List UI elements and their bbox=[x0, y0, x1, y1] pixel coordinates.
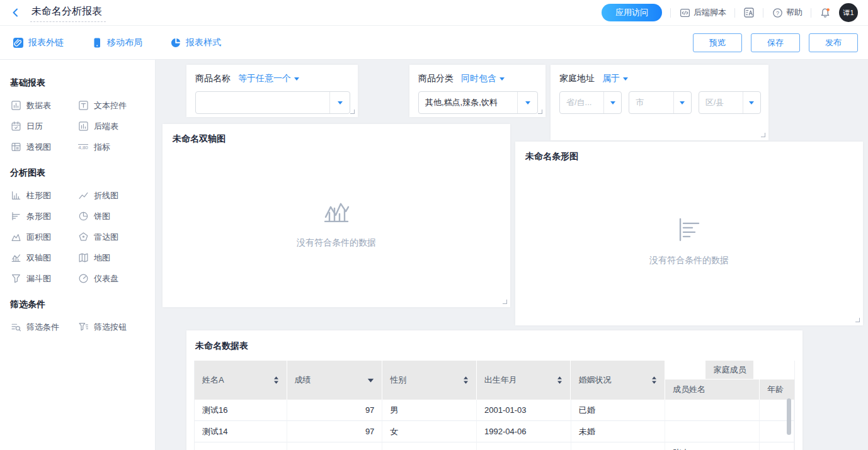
language-icon[interactable] bbox=[743, 7, 755, 18]
district-select[interactable]: 区/县 bbox=[699, 91, 761, 114]
chart-title: 未命名条形图 bbox=[515, 142, 863, 162]
sidebar-item-backend-table[interactable]: 后端表 bbox=[77, 121, 145, 132]
table-cell bbox=[477, 442, 571, 450]
user-avatar[interactable]: 谭1 bbox=[839, 3, 858, 22]
text-widget-icon bbox=[77, 100, 89, 111]
empty-state: 没有符合条件的数据 bbox=[163, 197, 510, 248]
report-link-button[interactable]: 报表外链 bbox=[13, 37, 64, 48]
sidebar-section-grid: 柱形图折线图条形图饼图面积图雷达图双轴图地图漏斗图仪表盘 bbox=[10, 190, 145, 284]
table-header-row: 姓名A成绩性别出生年月婚姻状况家庭成员成员姓名年龄 bbox=[195, 361, 794, 400]
sidebar-item-label: 双轴图 bbox=[26, 252, 51, 264]
table-cell: 测试14 bbox=[195, 421, 287, 442]
table-cell: 男 bbox=[382, 400, 477, 421]
metric-icon: 4,80 bbox=[77, 142, 89, 153]
table-cell: 张大 bbox=[665, 442, 760, 450]
column-header-label: 成绩 bbox=[295, 374, 311, 386]
resize-handle[interactable] bbox=[761, 133, 765, 137]
table-scrollbar-thumb[interactable] bbox=[787, 398, 791, 435]
sidebar-item-metric[interactable]: 4,80指标 bbox=[77, 142, 145, 152]
sub-column-header-1[interactable]: 成员姓名 bbox=[665, 380, 760, 400]
resize-handle[interactable] bbox=[503, 300, 507, 304]
data-table-widget[interactable]: 未命名数据表 姓名A成绩性别出生年月婚姻状况家庭成员成员姓名年龄测试1697男2… bbox=[186, 330, 802, 450]
column-header-1[interactable]: 姓名A bbox=[195, 361, 287, 400]
sidebar-item-pivot[interactable]: 透视图 bbox=[10, 142, 77, 152]
filter-search-icon bbox=[10, 322, 21, 333]
sidebar-item-dual-axis[interactable]: 双轴图 bbox=[10, 252, 77, 263]
table-cell: 已婚 bbox=[571, 400, 666, 421]
report-style-label: 报表样式 bbox=[186, 37, 221, 48]
table-row: 张大 bbox=[195, 442, 794, 450]
column-header-4[interactable]: 出生年月 bbox=[477, 361, 571, 400]
sidebar-item-data-table[interactable]: 数据表 bbox=[10, 100, 77, 111]
filter-operator-dropdown[interactable]: 同时包含 bbox=[461, 73, 505, 84]
dual-axis-chart-widget[interactable]: 未命名双轴图 没有符合条件的数据 bbox=[163, 124, 510, 307]
publish-button[interactable]: 发布 bbox=[809, 33, 858, 52]
backend-script-label: 后端脚本 bbox=[694, 7, 726, 18]
sidebar-item-map[interactable]: 地图 bbox=[77, 252, 145, 263]
column-header-3[interactable]: 性别 bbox=[382, 361, 477, 400]
sidebar-item-filter-button[interactable]: 筛选按钮 bbox=[77, 322, 145, 332]
sort-both-icon bbox=[273, 376, 279, 385]
report-toolbar: 报表外链 移动布局 报表样式 预览 保存 发布 bbox=[0, 26, 868, 60]
back-button[interactable] bbox=[10, 7, 21, 18]
filter-widget-product-category[interactable]: 商品分类 同时包含 其他,糕点,辣条,饮料 bbox=[409, 65, 545, 117]
resize-handle[interactable] bbox=[538, 110, 542, 114]
bell-icon[interactable] bbox=[819, 7, 831, 18]
sidebar-item-column-chart[interactable]: 柱形图 bbox=[10, 190, 77, 201]
sidebar-item-pie-chart[interactable]: 饼图 bbox=[77, 211, 145, 222]
sidebar-item-funnel[interactable]: 漏斗图 bbox=[10, 273, 77, 284]
report-title[interactable]: 未命名分析报表 bbox=[30, 4, 106, 22]
table-row: 测试1497女1992-04-06未婚 bbox=[195, 421, 794, 442]
resize-handle[interactable] bbox=[350, 110, 355, 114]
column-header-2[interactable]: 成绩 bbox=[287, 361, 383, 400]
sidebar-item-radar-chart[interactable]: 雷达图 bbox=[77, 232, 145, 242]
sidebar-item-area-chart[interactable]: 面积图 bbox=[10, 232, 77, 242]
calendar-icon bbox=[10, 121, 21, 132]
sidebar-item-label: 地图 bbox=[94, 252, 110, 264]
report-style-button[interactable]: 报表样式 bbox=[170, 37, 221, 48]
save-button[interactable]: 保存 bbox=[751, 33, 800, 52]
sidebar-item-bar-chart[interactable]: 条形图 bbox=[10, 211, 77, 222]
product-category-select[interactable]: 其他,糕点,辣条,饮料 bbox=[418, 91, 538, 114]
table-cell bbox=[665, 400, 760, 421]
province-select[interactable]: 省/自... bbox=[559, 91, 622, 114]
filter-operator-dropdown[interactable]: 等于任意一个 bbox=[238, 73, 299, 84]
sidebar-item-label: 柱形图 bbox=[26, 190, 51, 201]
sidebar-item-label: 数据表 bbox=[26, 100, 51, 111]
select-placeholder: 省/自... bbox=[560, 97, 603, 108]
top-header: 未命名分析报表 应用访问 后端脚本 ? 帮助 bbox=[0, 0, 868, 26]
column-header-label: 姓名A bbox=[202, 374, 224, 386]
sidebar-item-label: 饼图 bbox=[94, 211, 110, 222]
sidebar-item-label: 后端表 bbox=[94, 121, 118, 132]
preview-button[interactable]: 预览 bbox=[693, 33, 742, 52]
sidebar-item-line-chart[interactable]: 折线图 bbox=[77, 190, 145, 201]
filter-widget-home-address[interactable]: 家庭地址 属于 省/自... 市 区/县 bbox=[551, 65, 768, 140]
mobile-layout-icon bbox=[91, 37, 103, 48]
bar-chart-widget[interactable]: 未命名条形图 没有符合条件的数据 bbox=[515, 142, 863, 325]
filter-widget-product-name[interactable]: 商品名称 等于任意一个 bbox=[186, 65, 358, 117]
sub-column-header-2[interactable]: 年龄 bbox=[760, 380, 794, 400]
sidebar-item-filter-search[interactable]: 筛选条件 bbox=[10, 322, 77, 332]
mobile-layout-button[interactable]: 移动布局 bbox=[91, 37, 142, 48]
select-caret bbox=[743, 92, 760, 113]
sort-both-icon bbox=[463, 376, 469, 385]
app-access-button[interactable]: 应用访问 bbox=[602, 4, 662, 21]
help-button[interactable]: ? 帮助 bbox=[772, 7, 802, 18]
backend-script-button[interactable]: 后端脚本 bbox=[679, 7, 726, 18]
resize-handle[interactable] bbox=[855, 318, 860, 322]
table-cell bbox=[571, 442, 666, 450]
sidebar-item-label: 漏斗图 bbox=[26, 273, 51, 284]
sidebar-item-calendar[interactable]: 日历 bbox=[10, 121, 77, 132]
city-select[interactable]: 市 bbox=[629, 91, 691, 114]
chevron-down-icon bbox=[500, 77, 505, 83]
column-header-5[interactable]: 婚姻状况 bbox=[571, 361, 665, 400]
product-name-select[interactable] bbox=[195, 91, 350, 114]
sidebar-item-gauge[interactable]: 仪表盘 bbox=[77, 273, 145, 284]
filter-operator-dropdown[interactable]: 属于 bbox=[602, 73, 628, 84]
divider bbox=[670, 8, 671, 18]
data-table-icon bbox=[10, 100, 21, 111]
sidebar-section-grid: 筛选条件筛选按钮 bbox=[10, 322, 145, 332]
sidebar-item-text-widget[interactable]: 文本控件 bbox=[77, 100, 145, 111]
mobile-layout-label: 移动布局 bbox=[107, 37, 142, 48]
select-placeholder: 区/县 bbox=[699, 97, 743, 108]
